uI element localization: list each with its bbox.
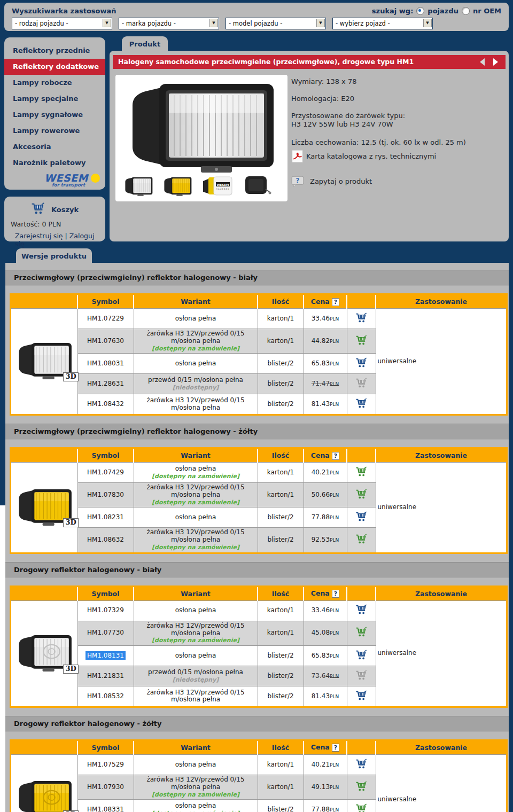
radio-search-by-vehicle[interactable] xyxy=(416,7,424,15)
variant-text: żarówka H3 12V/przewód 0/15 m/osłona peł… xyxy=(136,689,255,704)
ask-product-link[interactable]: ? Zapytaj o produkt xyxy=(291,176,504,188)
add-to-cart-button[interactable] xyxy=(355,357,367,370)
col-image xyxy=(11,294,78,309)
cart-icon xyxy=(355,759,367,769)
dropdown-selected-value: - rodzaj pojazdu - xyxy=(15,20,68,27)
vehicle-dropdown-2[interactable]: - marka pojazdu -▼ xyxy=(119,18,219,29)
vehicle-search-panel: Wyszukiwarka zastosowań szukaj wg: pojaz… xyxy=(4,3,509,31)
col-symbol: Symbol xyxy=(77,294,134,309)
radio-search-by-oem[interactable] xyxy=(462,7,470,15)
price-cell: 71.47PLN xyxy=(304,374,347,394)
prev-product-arrow-icon[interactable] xyxy=(480,58,485,66)
cart-icon xyxy=(355,466,367,477)
product-thumbnail-rear[interactable] xyxy=(242,174,272,199)
add-to-cart-button[interactable] xyxy=(355,534,367,546)
badge-3d[interactable]: 3D xyxy=(63,665,78,674)
product-thumbnails: WESEM HALOGEN xyxy=(123,174,272,199)
sidebar-item[interactable]: Reflektory dodatkowe xyxy=(4,59,105,75)
product-photo xyxy=(121,77,281,174)
product-banner: Halogeny samochodowe przeciwmgielne (prz… xyxy=(113,55,506,69)
sidebar-item[interactable]: Lampy rowerowe xyxy=(4,123,105,139)
symbol-cell: HM1.08532 xyxy=(77,686,134,707)
cart-cell xyxy=(347,374,376,394)
qty-cell: karton/1 xyxy=(258,775,304,799)
sidebar-item[interactable]: Akcesoria xyxy=(4,139,105,155)
vehicle-dropdown-4[interactable]: - wybierz pojazd -▼ xyxy=(332,18,433,29)
variant-cell: przewód 0/15 m/osłona pełna[niedostępny] xyxy=(134,374,258,394)
add-to-cart-button[interactable] xyxy=(355,690,367,703)
cart-icon xyxy=(355,690,367,701)
add-to-cart-button xyxy=(355,378,367,391)
variant-text: żarówka H3 12V/przewód 0/15 m/osłona peł… xyxy=(136,330,255,345)
availability-note: [dostępny na zamówienie] xyxy=(136,544,255,551)
product-thumbnail-yellow[interactable] xyxy=(162,176,193,199)
tab-product[interactable]: Produkt xyxy=(122,36,168,51)
variant-text: przewód 0/15 m/osłona pełna xyxy=(136,377,255,384)
add-to-cart-button[interactable] xyxy=(355,781,367,794)
product-thumbnail-white[interactable] xyxy=(123,176,154,199)
register-link[interactable]: Zarejestruj się xyxy=(15,232,63,240)
dropdown-selected-value: - marka pojazdu - xyxy=(122,20,176,27)
cart-icon xyxy=(355,335,367,346)
cart-cell xyxy=(347,775,376,799)
product-thumbnail-cover[interactable]: WESEM HALOGEN xyxy=(201,174,234,199)
add-to-cart-button[interactable] xyxy=(355,803,367,812)
thumbnail-cover-image: WESEM HALOGEN xyxy=(201,174,234,197)
price-cell: 33.46PLN xyxy=(304,600,347,621)
price-help-icon[interactable]: ? xyxy=(332,298,339,306)
add-to-cart-button[interactable] xyxy=(355,335,367,348)
sidebar-item[interactable]: Lampy sygnałowe xyxy=(4,107,105,123)
cart-icon xyxy=(355,511,367,522)
price-cell: 92.53PLN xyxy=(304,528,347,553)
col-qty: Ilość xyxy=(258,294,304,309)
sidebar-item[interactable]: Narożnik paletowy xyxy=(4,155,105,171)
add-to-cart-button[interactable] xyxy=(355,759,367,771)
symbol-cell: HM1.07630 xyxy=(77,329,134,354)
add-to-cart-button[interactable] xyxy=(355,489,367,502)
product-homologation: Homologacja: E20 xyxy=(291,95,504,103)
cart-icon xyxy=(355,604,367,615)
product-version-image: 3D xyxy=(11,463,78,553)
qty-cell: karton/1 xyxy=(258,483,304,508)
add-to-cart-button[interactable] xyxy=(355,604,367,617)
variant-cell: żarówka H3 12V/przewód 0/15 m/osłona peł… xyxy=(134,775,258,799)
cart-icon xyxy=(31,202,45,216)
add-to-cart-button[interactable] xyxy=(355,650,367,662)
badge-3d[interactable]: 3D xyxy=(63,372,78,381)
add-to-cart-button[interactable] xyxy=(355,398,367,411)
tab-product-versions[interactable]: Wersje produktu xyxy=(16,248,92,263)
sidebar-item[interactable]: Lampy specjalne xyxy=(4,91,105,107)
sidebar-item[interactable]: Reflektory przednie xyxy=(4,43,105,59)
sidebar-item[interactable]: Lampy robocze xyxy=(4,75,105,91)
cart-icon xyxy=(355,357,367,368)
cart-icon xyxy=(355,313,367,323)
add-to-cart-button[interactable] xyxy=(355,511,367,524)
chevron-down-icon[interactable]: ▼ xyxy=(209,19,218,27)
badge-3d[interactable]: 3D xyxy=(63,518,78,527)
price-help-icon[interactable]: ? xyxy=(332,744,339,752)
variant-cell: żarówka H3 12V/przewód 0/15 m/osłona peł… xyxy=(134,686,258,707)
cart-value: Wartość: 0 PLN xyxy=(4,220,105,228)
chevron-down-icon[interactable]: ▼ xyxy=(103,19,111,27)
vehicle-dropdown-3[interactable]: - model pojazdu -▼ xyxy=(226,18,326,29)
chevron-down-icon[interactable]: ▼ xyxy=(316,19,325,27)
datasheet-link[interactable]: Karta katalogowa z rys. technicznymi xyxy=(291,150,504,163)
application-cell: uniwersalne xyxy=(376,754,507,812)
table-row: 3DHM1.07329osłona pełnakarton/133.46PLN … xyxy=(11,600,507,621)
cart-cell xyxy=(347,354,376,374)
price-help-icon[interactable]: ? xyxy=(332,452,339,460)
add-to-cart-button[interactable] xyxy=(355,627,367,639)
next-product-arrow-icon[interactable] xyxy=(493,58,498,66)
vehicle-dropdown-1[interactable]: - rodzaj pojazdu -▼ xyxy=(12,18,112,29)
tab-versions-label: Wersje produktu xyxy=(21,252,87,260)
add-to-cart-button[interactable] xyxy=(355,466,367,479)
col-symbol: Symbol xyxy=(77,586,134,600)
qty-cell: blister/2 xyxy=(258,394,304,415)
variant-text: osłona pełna xyxy=(136,315,255,323)
chevron-down-icon[interactable]: ▼ xyxy=(423,19,432,27)
add-to-cart-button[interactable] xyxy=(355,313,367,325)
price-help-icon[interactable]: ? xyxy=(332,590,339,598)
qty-cell: blister/2 xyxy=(258,666,304,686)
variant-cell: osłona pełna[dostępny na zamówienie] xyxy=(134,463,258,483)
price-cell: 77.88PLN xyxy=(304,800,347,812)
